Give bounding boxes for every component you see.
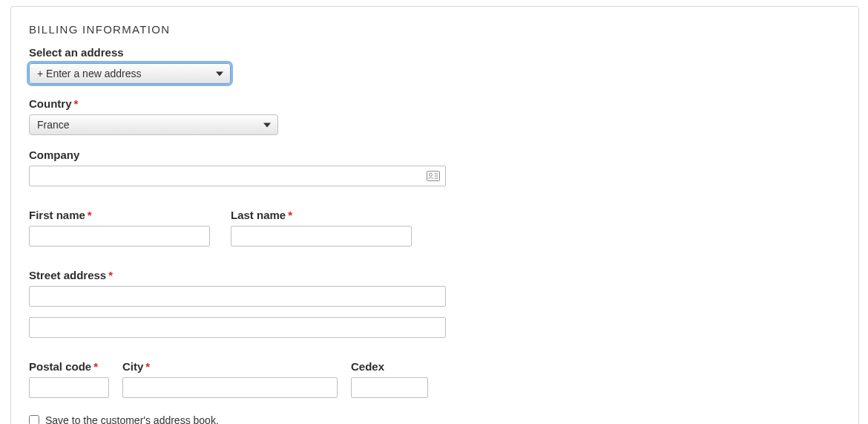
required-mark: * — [145, 360, 150, 373]
street-address-label: Street address* — [29, 269, 841, 281]
required-mark: * — [93, 360, 98, 373]
first-name-field: First name* — [29, 209, 210, 247]
last-name-label: Last name* — [231, 209, 412, 221]
required-mark: * — [108, 269, 113, 281]
first-name-input[interactable] — [29, 226, 210, 247]
country-dropdown[interactable]: France — [29, 114, 278, 135]
postal-city-cedex-row: Postal code* City* Cedex — [29, 360, 841, 398]
street-address-input-1[interactable] — [29, 286, 446, 307]
first-name-label: First name* — [29, 209, 210, 221]
company-input[interactable] — [29, 166, 446, 186]
save-address-label: Save to the customer's address book. — [45, 414, 219, 424]
country-label: Country* — [29, 97, 841, 110]
select-address-label: Select an address — [29, 46, 841, 59]
cedex-field: Cedex — [351, 360, 428, 398]
company-label: Company — [29, 149, 841, 161]
last-name-input[interactable] — [231, 226, 412, 247]
postal-code-label: Postal code* — [29, 360, 109, 373]
name-row: First name* Last name* — [29, 209, 841, 247]
select-address-dropdown[interactable]: + Enter a new address — [29, 63, 231, 84]
save-address-row: Save to the customer's address book. — [29, 414, 841, 424]
required-mark: * — [88, 209, 92, 221]
cedex-label: Cedex — [351, 360, 428, 373]
cedex-input[interactable] — [351, 377, 428, 398]
save-address-checkbox[interactable] — [29, 415, 39, 424]
city-label: City* — [122, 360, 338, 373]
street-address-input-2[interactable] — [29, 317, 446, 338]
company-field: Company — [29, 149, 841, 186]
street-address-field: Street address* — [29, 269, 841, 338]
select-address-field: Select an address + Enter a new address — [29, 46, 841, 84]
postal-code-field: Postal code* — [29, 360, 109, 398]
last-name-field: Last name* — [231, 209, 412, 247]
city-input[interactable] — [122, 377, 338, 398]
country-field: Country* France — [29, 97, 841, 135]
postal-code-input[interactable] — [29, 377, 109, 398]
panel-title: BILLING INFORMATION — [29, 23, 841, 36]
city-field: City* — [122, 360, 338, 398]
billing-info-panel: BILLING INFORMATION Select an address + … — [10, 6, 859, 424]
required-mark: * — [74, 97, 79, 110]
required-mark: * — [288, 209, 292, 221]
